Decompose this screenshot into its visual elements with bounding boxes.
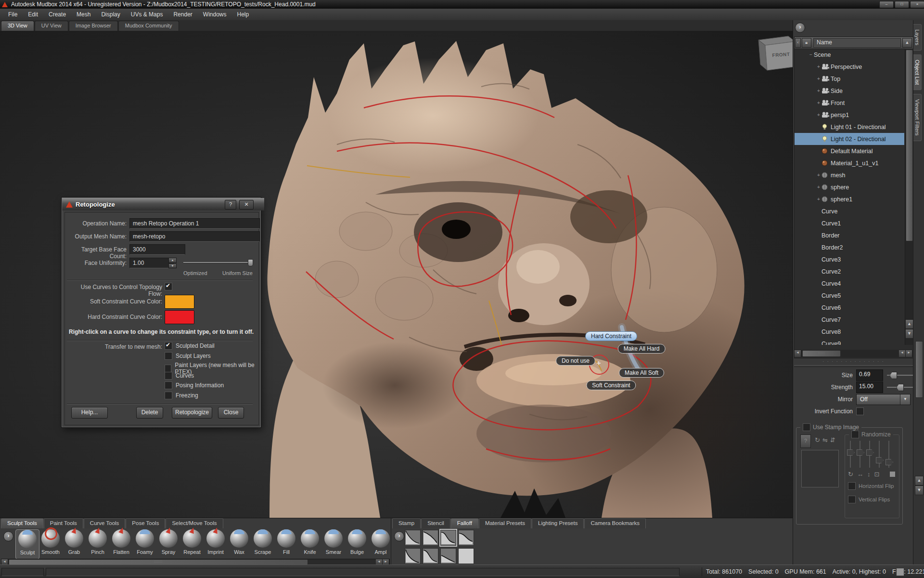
tab-mudbox-community[interactable]: Mudbox Community xyxy=(118,21,179,31)
curves-checkbox[interactable] xyxy=(165,372,172,380)
sculpted-detail-checkbox[interactable] xyxy=(165,342,172,350)
falloff-preset-6[interactable] xyxy=(423,548,438,564)
falloff-preset-4[interactable] xyxy=(458,530,474,546)
tool-repeat[interactable]: Repeat xyxy=(180,529,204,558)
size-input[interactable]: 0.69 xyxy=(856,369,883,381)
tool-pinch[interactable]: Pinch xyxy=(86,529,109,558)
stamp-preview-box[interactable] xyxy=(801,450,839,487)
close-button[interactable]: Close xyxy=(218,407,244,419)
tree-vscroll-thumb[interactable] xyxy=(906,50,913,241)
tree-vertical-scrollbar[interactable]: ▲ ▼ xyxy=(905,49,913,345)
tool-scrape[interactable]: Scrape xyxy=(251,529,274,558)
tab-stencil[interactable]: Stencil xyxy=(421,518,450,528)
scroll-left-icon[interactable]: ◄ xyxy=(899,350,906,357)
marking-menu-do-not-use[interactable]: Do not use xyxy=(556,356,595,366)
expander-icon[interactable]: + xyxy=(816,76,821,81)
mirror-dropdown[interactable]: Off ▼ xyxy=(856,394,911,405)
falloff-preset-3[interactable] xyxy=(440,530,456,546)
menu-item-edit[interactable]: Edit xyxy=(23,9,43,20)
tool-bulge[interactable]: Bulge xyxy=(346,529,369,558)
tool-wax[interactable]: Wax xyxy=(228,529,251,558)
falloff-preset-7[interactable] xyxy=(440,548,456,564)
tree-item-perspective[interactable]: +Perspective xyxy=(795,61,904,73)
fill-tool-icon[interactable] xyxy=(277,529,295,548)
tree-item-curve3[interactable]: Curve3 xyxy=(795,253,904,265)
strength-input[interactable]: 15.00 xyxy=(856,381,883,393)
hard-color-swatch[interactable] xyxy=(165,310,194,324)
face-uniformity-slider[interactable] xyxy=(183,262,252,263)
expander-icon[interactable]: + xyxy=(816,100,821,105)
close-button[interactable]: × xyxy=(910,1,924,8)
color-swatch-icon[interactable] xyxy=(890,472,895,477)
tab-falloff[interactable]: Falloff xyxy=(451,518,478,528)
tree-item-border[interactable]: Border xyxy=(795,229,904,241)
tree-item-light-01-directional[interactable]: Light 01 - Directional xyxy=(795,121,904,133)
horizontal-flip-checkbox[interactable] xyxy=(848,482,856,490)
tab-pose-tools[interactable]: Pose Tools xyxy=(126,518,165,528)
scroll-down-icon[interactable]: ▼ xyxy=(915,486,924,495)
expander-icon[interactable]: − xyxy=(808,52,814,57)
tree-item-curve2[interactable]: Curve2 xyxy=(795,265,904,277)
lock-icon[interactable]: 🔒︎ xyxy=(802,38,811,48)
tree-item-curve7[interactable]: Curve7 xyxy=(795,314,904,326)
tab-stamp[interactable]: Stamp xyxy=(392,518,421,528)
stamp-transform-icons[interactable]: ↻⇋⇵ xyxy=(815,436,838,444)
wax-tool-icon[interactable] xyxy=(230,529,248,548)
expander-icon[interactable]: + xyxy=(816,88,821,93)
expander-icon[interactable]: + xyxy=(816,184,821,190)
menu-item-windows[interactable]: Windows xyxy=(198,9,232,20)
face-uniformity-input[interactable]: 1.00 xyxy=(129,258,174,268)
scroll-up-icon[interactable]: ▲ xyxy=(902,38,912,48)
status-grip[interactable] xyxy=(896,568,904,576)
menu-item-mesh[interactable]: Mesh xyxy=(71,9,96,20)
tab-material-presets[interactable]: Material Presets xyxy=(479,518,531,528)
scrape-tool-icon[interactable] xyxy=(254,529,272,548)
tab-curve-tools[interactable]: Curve Tools xyxy=(84,518,126,528)
delete-button[interactable]: Delete xyxy=(136,407,163,419)
expander-icon[interactable]: + xyxy=(816,197,821,202)
marking-menu-make-all-soft[interactable]: Make All Soft xyxy=(619,368,664,378)
flatten-tool-icon[interactable] xyxy=(112,529,130,548)
marking-menu-soft-constraint[interactable]: Soft Constraint xyxy=(586,381,636,390)
tree-item-curve1[interactable]: Curve1 xyxy=(795,217,904,229)
tool-ampl[interactable]: Ampl xyxy=(369,529,391,558)
tool-foamy[interactable]: Foamy xyxy=(133,529,156,558)
expander-icon[interactable]: + xyxy=(816,64,821,69)
randomize-slider[interactable] xyxy=(867,441,872,468)
tray-expand-icon[interactable]: › xyxy=(3,531,13,541)
randomize-slider[interactable] xyxy=(858,441,862,468)
scroll-down-icon[interactable]: ▼ xyxy=(905,329,913,339)
tree-item-front[interactable]: +Front xyxy=(795,97,904,109)
maximize-button[interactable]: □ xyxy=(895,1,909,8)
smooth-tool-icon[interactable] xyxy=(41,529,60,548)
dialog-close-icon[interactable]: ✕ xyxy=(239,200,254,210)
tool-smooth[interactable]: Smooth xyxy=(39,529,62,558)
panel-collapse-icon[interactable]: › xyxy=(795,23,805,33)
randomize-checkbox[interactable] xyxy=(851,431,859,438)
operation-name-input[interactable]: mesh Retopo Operation 1 xyxy=(129,218,260,229)
randomize-transform-icons[interactable]: ↻↔↕⊡ xyxy=(848,471,883,478)
falloff-preset-8[interactable] xyxy=(458,548,474,564)
invert-function-checkbox[interactable] xyxy=(856,407,864,415)
side-tab-viewport-filters[interactable]: Viewport Filters xyxy=(913,94,922,141)
use-curves-checkbox[interactable] xyxy=(165,283,172,290)
falloff-preset-2[interactable] xyxy=(423,530,438,546)
tree-horizontal-scrollbar[interactable]: ◄ ::::: ◄ ► xyxy=(795,350,912,357)
ampl-tool-icon[interactable] xyxy=(372,529,390,548)
posing-information-checkbox[interactable] xyxy=(165,381,172,389)
tree-item-curve5[interactable]: Curve5 xyxy=(795,289,904,302)
soft-color-swatch[interactable] xyxy=(165,295,194,309)
3d-viewport[interactable]: FRONT Hard ConstraintMake All HardDo not… xyxy=(0,31,793,518)
menu-item-create[interactable]: Create xyxy=(43,9,71,20)
tool-fill[interactable]: Fill xyxy=(275,529,298,558)
tab-3d-view[interactable]: 3D View xyxy=(1,21,34,31)
sculpt-layers-checkbox[interactable] xyxy=(165,352,172,360)
pinch-tool-icon[interactable] xyxy=(89,529,107,548)
tab-sculpt-tools[interactable]: Sculpt Tools xyxy=(1,518,43,528)
output-mesh-name-input[interactable]: mesh-retopo xyxy=(129,231,260,242)
bulge-tool-icon[interactable] xyxy=(348,529,366,548)
scroll-up-icon[interactable]: ▲ xyxy=(905,319,913,329)
tool-spray[interactable]: Spray xyxy=(157,529,180,558)
repeat-tool-icon[interactable] xyxy=(183,529,201,548)
tree-item-curve6[interactable]: Curve6 xyxy=(795,302,904,314)
